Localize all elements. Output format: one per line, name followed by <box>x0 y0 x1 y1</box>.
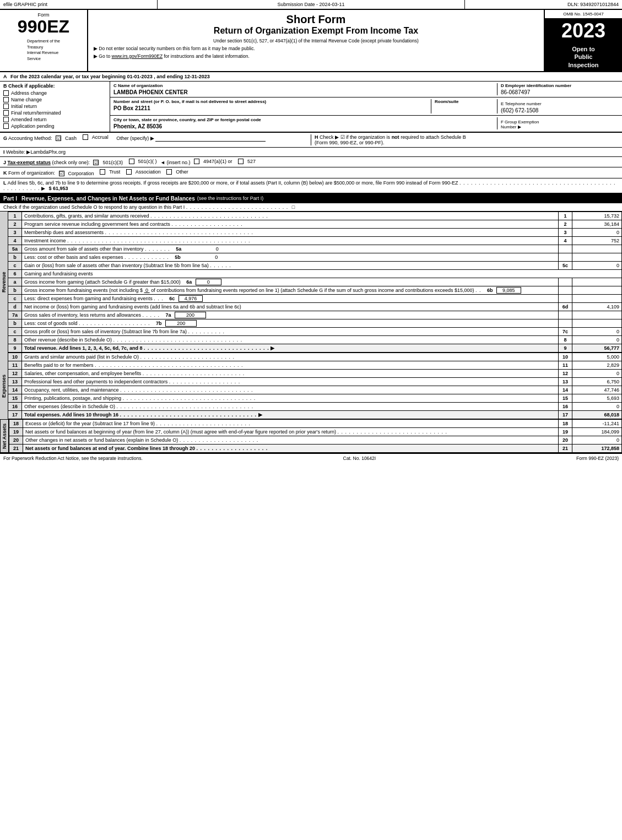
row-desc-14: Occupancy, rent, utilities, and maintena… <box>22 386 559 394</box>
section-l: L Add lines 5b, 6c, and 7b to line 9 to … <box>0 178 622 194</box>
corp-checkbox-box[interactable]: ☑ <box>59 171 64 176</box>
checkbox-amended-return: Amended return <box>3 117 106 122</box>
table-row: a Gross income from gaming (attach Sched… <box>8 278 622 286</box>
year-box: 2023 <box>545 19 622 43</box>
amount-6c <box>572 294 622 302</box>
row-desc-5b: Less: cost or other basis and sales expe… <box>22 253 559 261</box>
cash-checkbox-box[interactable]: ☑ <box>56 136 61 141</box>
line-label-3: 3 <box>559 228 572 236</box>
row-desc-5a: Gross amount from sale of assets other t… <box>22 245 559 253</box>
cash-checkbox: ☑ Cash <box>56 136 77 141</box>
submission-date: Submission Date - 2024-03-11 <box>158 0 466 9</box>
c3-checkbox-box[interactable]: ☑ <box>93 160 99 165</box>
table-row: 5a Gross amount from sale of assets othe… <box>8 245 622 253</box>
form-id-section: Form 990EZ Department of the Treasury In… <box>0 10 88 71</box>
table-row: 2 Program service revenue including gove… <box>8 220 622 228</box>
row-num-9: 9 <box>8 344 22 352</box>
city-label: City or town, state or province, country… <box>113 117 494 122</box>
open-inspection-box: Open to Public Inspection <box>545 43 622 71</box>
group-exemption: F Group Exemption Number ▶ <box>501 120 619 129</box>
table-row: c Less: direct expenses from gaming and … <box>8 294 622 302</box>
checkbox-address-change: Address change <box>3 90 106 96</box>
expenses-side-label: Expenses <box>0 353 8 419</box>
d-section: D Employer identification number 86-0687… <box>497 83 619 95</box>
net-assets-table: 18 Excess or (deficit) for the year (Sub… <box>9 419 622 453</box>
row-num-7c: c <box>8 327 22 335</box>
line-label-10: 10 <box>559 353 572 361</box>
row-num-8: 8 <box>8 335 22 344</box>
accrual-checkbox-box[interactable] <box>83 134 88 140</box>
table-row: b Less: cost or other basis and sales ex… <box>8 253 622 261</box>
checkbox-address-change-box[interactable] <box>3 90 9 96</box>
assoc-checkbox-box[interactable] <box>126 169 132 175</box>
row-num-6b: b <box>8 286 22 294</box>
line-label-21: 21 <box>559 444 572 452</box>
row-desc-21: Net assets or fund balances at end of ye… <box>23 444 559 452</box>
section-b: B Check if applicable: Address change Na… <box>0 82 110 132</box>
expenses-table: 10 Grants and similar amounts paid (list… <box>8 353 622 419</box>
table-row: 4 Investment income . . . . . . . . . . … <box>8 236 622 245</box>
line-label-5c: 5c <box>559 261 572 269</box>
row-desc-20: Other changes in net assets or fund bala… <box>23 436 559 444</box>
amount-7c: 0 <box>572 327 622 335</box>
address-value: PO Box 21211 <box>113 105 428 111</box>
row-num-11: 11 <box>8 361 22 369</box>
cc-checkbox-box[interactable] <box>129 159 134 164</box>
paperwork-text: For Paperwork Reduction Act Notice, see … <box>3 456 143 461</box>
amount-11: 2,829 <box>572 361 622 369</box>
trust-checkbox-box[interactable] <box>100 169 105 175</box>
other-checkbox-box[interactable] <box>166 169 172 175</box>
initial-return-label: Initial return <box>11 104 37 109</box>
checkbox-initial-return: Initial return <box>3 104 106 109</box>
row-desc-18: Excess or (deficit) for the year (Subtra… <box>23 419 559 427</box>
application-pending-label: Application pending <box>11 123 55 129</box>
table-row: 1 Contributions, gifts, grants, and simi… <box>8 212 622 220</box>
amount-20: 0 <box>572 436 622 444</box>
checkbox-final-return-box[interactable] <box>3 110 9 116</box>
dln: DLN: 93492071012844 <box>465 0 622 9</box>
amount-6a <box>572 278 622 286</box>
revenue-side-label: Revenue <box>0 212 8 353</box>
city-value: Phoenix, AZ 85036 <box>113 123 494 129</box>
corp-checkbox: ☑ Corporation <box>59 171 94 176</box>
ein-label: D Employer identification number <box>501 83 619 88</box>
checkbox-final-return: Final return/terminated <box>3 110 106 116</box>
c-label: C Name of organization <box>113 83 494 88</box>
irs-link[interactable]: www.irs.gov/Form990EZ <box>112 53 163 59</box>
checkbox-initial-return-box[interactable] <box>3 104 9 109</box>
amount-13: 6,750 <box>572 377 622 386</box>
table-row: c Gross profit or (loss) from sales of i… <box>8 327 622 335</box>
table-row: 11 Benefits paid to or for members . . .… <box>8 361 622 369</box>
section-a: A For the 2023 calendar year, or tax yea… <box>0 72 622 82</box>
row-num-6c: c <box>8 294 22 302</box>
row-num-6: 6 <box>8 269 22 278</box>
amount-9: 56,777 <box>572 344 622 352</box>
row-desc-6b: Gross income from fundraising events (no… <box>22 286 559 294</box>
checkbox-application-pending-box[interactable] <box>3 123 9 129</box>
checkbox-amended-return-box[interactable] <box>3 117 9 122</box>
other-checkbox: Other <box>166 169 188 175</box>
row-desc-6c: Less: direct expenses from gaming and fu… <box>22 294 559 302</box>
line-label-4: 4 <box>559 236 572 245</box>
short-form-title: Short Form <box>94 13 538 26</box>
line-label-7b <box>559 319 572 327</box>
row-num-14: 14 <box>8 386 22 394</box>
row-num-15: 15 <box>8 394 22 402</box>
c527-checkbox-box[interactable] <box>238 159 244 164</box>
line-label-6a <box>559 278 572 286</box>
assoc-checkbox: Association <box>126 169 161 175</box>
amount-7a <box>572 311 622 319</box>
row-desc-5c: Gain or (loss) from sale of assets other… <box>22 261 559 269</box>
row-desc-3: Membership dues and assessments . . . . … <box>22 228 559 236</box>
row-num-2: 2 <box>8 220 22 228</box>
page-footer: For Paperwork Reduction Act Notice, see … <box>0 453 622 463</box>
row-num-7a: 7a <box>8 311 22 319</box>
checkbox-name-change-box[interactable] <box>3 97 9 102</box>
amount-18: -11,241 <box>572 419 622 427</box>
address-change-label: Address change <box>11 90 47 96</box>
efile-text: efile GRAPHIC print <box>3 2 47 7</box>
row-num-5b: b <box>8 253 22 261</box>
c47-checkbox-box[interactable] <box>194 159 199 164</box>
checkbox-name-change: Name change <box>3 97 106 102</box>
line-label-12: 12 <box>559 369 572 377</box>
